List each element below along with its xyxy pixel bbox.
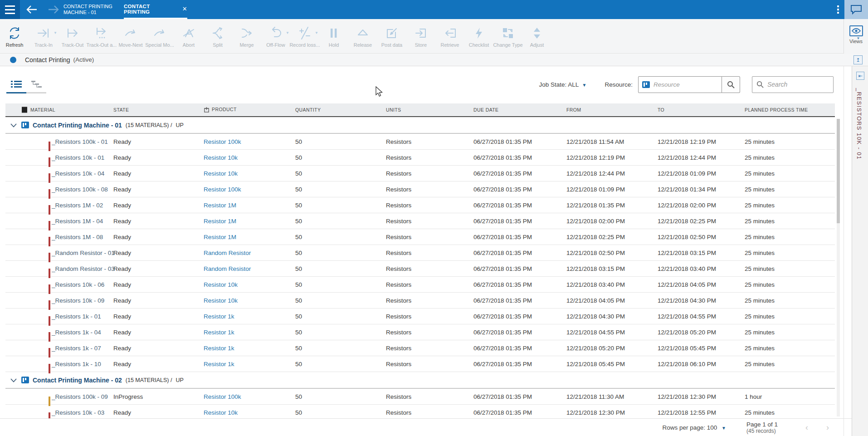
table-row[interactable]: _Resistors 10k - 04ReadyResistor 10k50Re… [5, 166, 835, 181]
column-header-product[interactable]: PRODUCT [204, 107, 295, 113]
table-row[interactable]: _Resistors 10k - 03ReadyResistor 10k50Re… [5, 405, 835, 418]
table-row[interactable]: _Resistors 100k - 01ReadyResistor 100k50… [5, 134, 835, 150]
column-header-material[interactable]: MATERIAL [5, 107, 113, 113]
product-link[interactable]: Resistor 1k [204, 313, 234, 320]
column-header-from[interactable]: FROM [566, 107, 658, 113]
table-row[interactable]: _Resistors 100k - 09InProgressResistor 1… [5, 389, 835, 405]
dropdown-caret-icon: ▼ [286, 31, 289, 35]
column-header-to[interactable]: TO [658, 107, 745, 113]
back-icon[interactable] [22, 0, 42, 19]
table-row[interactable]: _Resistors 1M - 02ReadyResistor 1M50Resi… [5, 197, 835, 213]
material-cell[interactable]: _Resistors 10k - 06 [5, 281, 113, 288]
tab-contact-printing[interactable]: CONTACT PRINTING ✕ [124, 0, 187, 19]
views-dropdown-caret-icon[interactable]: ▼ [857, 36, 860, 40]
resource-lookup-button[interactable] [722, 76, 740, 93]
material-cell[interactable]: _Resistors 1M - 04 [5, 218, 113, 225]
material-cell[interactable]: _Resistors 1k - 07 [5, 345, 113, 352]
comments-panel-button[interactable] [844, 0, 868, 19]
material-cell[interactable]: _Resistors 1k - 01 [5, 313, 113, 320]
expand-side-panel-icon[interactable]: ⇤ [856, 72, 864, 80]
tool-label: Track-Out a... [87, 42, 117, 48]
product-link[interactable]: Resistor 1M [204, 202, 236, 209]
material-cell[interactable]: _Resistors 10k - 09 [5, 297, 113, 304]
state-color-bar [49, 269, 50, 278]
product-link[interactable]: Resistor 10k [204, 170, 238, 177]
table-row[interactable]: _Resistors 1M - 08ReadyResistor 1M50Resi… [5, 229, 835, 245]
table-row[interactable]: _Random Resistor - 01ReadyRandom Resisto… [5, 245, 835, 261]
gantt-view-toggle[interactable] [26, 76, 46, 93]
table-row[interactable]: _Resistors 1k - 07ReadyResistor 1k50Resi… [5, 340, 835, 356]
material-cell[interactable]: _Random Resistor - 03 [5, 265, 113, 272]
product-link[interactable]: Resistor 10k [204, 297, 238, 304]
hamburger-menu-icon[interactable] [0, 0, 20, 19]
product-link[interactable]: Resistor 1k [204, 345, 234, 352]
product-link[interactable]: Resistor 10k [204, 281, 238, 288]
table-row[interactable]: _Resistors 10k - 06ReadyResistor 10k50Re… [5, 277, 835, 293]
product-link[interactable]: Resistor 1k [204, 361, 234, 367]
expand-panel-icon[interactable]: ↥ [853, 55, 863, 64]
abort-icon [182, 25, 195, 41]
overflow-menu-icon[interactable] [833, 0, 844, 19]
product-link[interactable]: Random Resistor [204, 250, 251, 256]
material-cell[interactable]: _Resistors 10k - 01 [5, 154, 113, 161]
product-link[interactable]: Resistor 100k [204, 393, 241, 400]
material-cell[interactable]: _Resistors 1M - 02 [5, 202, 113, 209]
search-input[interactable]: Search [752, 76, 834, 93]
table-row[interactable]: _Resistors 1k - 10ReadyResistor 1k50Resi… [5, 356, 835, 372]
to-cell: 12/21/2018 12:19 PM [658, 138, 745, 145]
group-row-machine-2[interactable]: Contact Printing Machine - 02(15 MATERIA… [5, 372, 835, 389]
material-cell[interactable]: _Resistors 100k - 08 [5, 186, 113, 193]
product-link[interactable]: Resistor 10k [204, 409, 238, 416]
material-cell[interactable]: _Resistors 100k - 01 [5, 138, 113, 145]
grid-scrollbar[interactable] [837, 119, 840, 416]
column-header-state[interactable]: STATE [113, 107, 204, 113]
next-page-icon: › [817, 423, 838, 432]
column-header-quantity[interactable]: QUANTITY [295, 107, 386, 113]
page-info: Page 1 of 1 (45 records) [746, 421, 796, 434]
collapse-group-chevron-icon[interactable] [10, 121, 17, 129]
quantity-cell: 50 [295, 393, 386, 400]
product-link[interactable]: Resistor 1M [204, 218, 236, 225]
grid-scrollbar-thumb[interactable] [837, 119, 840, 223]
job-state-dropdown[interactable]: Job State: ALL ▼ [539, 81, 586, 88]
close-tab-icon[interactable]: ✕ [182, 5, 187, 12]
material-cell[interactable]: _Resistors 1k - 04 [5, 329, 113, 336]
material-cell[interactable]: _Resistors 10k - 04 [5, 170, 113, 177]
rows-per-page-dropdown[interactable]: Rows per page: 100 ▼ [662, 424, 726, 431]
column-header-due[interactable]: DUE DATE [473, 107, 566, 113]
material-cell[interactable]: _Resistors 1k - 10 [5, 361, 113, 367]
material-cell[interactable]: _Resistors 1M - 08 [5, 234, 113, 240]
product-link[interactable]: Resistor 100k [204, 186, 241, 193]
table-row[interactable]: _Resistors 10k - 01ReadyResistor 10k50Re… [5, 150, 835, 166]
product-link[interactable]: Resistor 100k [204, 138, 241, 145]
material-cell[interactable]: _Resistors 10k - 03 [5, 409, 113, 416]
material-cell[interactable]: _Random Resistor - 01 [5, 250, 113, 256]
collapse-group-chevron-icon[interactable] [10, 376, 17, 384]
resource-input[interactable]: Resource [638, 76, 722, 93]
views-button[interactable]: ▼ Views [844, 19, 868, 54]
material-cell[interactable]: _Resistors 100k - 09 [5, 393, 113, 400]
tab-contact-printing-machine-01[interactable]: CONTACT PRINTING MACHINE - 01 [63, 0, 129, 19]
product-cell: Random Resistor [204, 250, 295, 256]
table-row[interactable]: _Resistors 1M - 04ReadyResistor 1M50Resi… [5, 213, 835, 229]
table-row[interactable]: _Resistors 1k - 01ReadyResistor 1k50Resi… [5, 309, 835, 324]
select-all-checkbox[interactable] [22, 107, 27, 113]
table-row[interactable]: _Resistors 1k - 04ReadyResistor 1k50Resi… [5, 324, 835, 340]
product-link[interactable]: Random Resistor [204, 265, 251, 272]
product-link[interactable]: Resistor 10k [204, 154, 238, 161]
planned-time-cell: 25 minutes [745, 361, 835, 367]
table-row[interactable]: _Random Resistor - 03ReadyRandom Resisto… [5, 261, 835, 277]
tool-label: Special Mo... [145, 42, 174, 48]
table-row[interactable]: _Resistors 10k - 09ReadyResistor 10k50Re… [5, 293, 835, 309]
column-header-planned[interactable]: PLANNED PROCESS TIME [745, 107, 835, 113]
table-row[interactable]: _Resistors 100k - 08ReadyResistor 100k50… [5, 181, 835, 197]
refresh-button[interactable]: Refresh [0, 25, 29, 48]
group-row-machine-1[interactable]: Contact Printing Machine - 01(15 MATERIA… [5, 117, 835, 134]
product-link[interactable]: Resistor 1k [204, 329, 234, 336]
quantity-cell: 50 [295, 154, 386, 161]
product-link[interactable]: Resistor 1M [204, 234, 236, 240]
state-color-bar [49, 205, 50, 215]
list-view-toggle[interactable] [6, 76, 26, 93]
due-date-cell: 06/27/2018 01:35 PM [473, 313, 566, 320]
column-header-units[interactable]: UNITS [386, 107, 473, 113]
